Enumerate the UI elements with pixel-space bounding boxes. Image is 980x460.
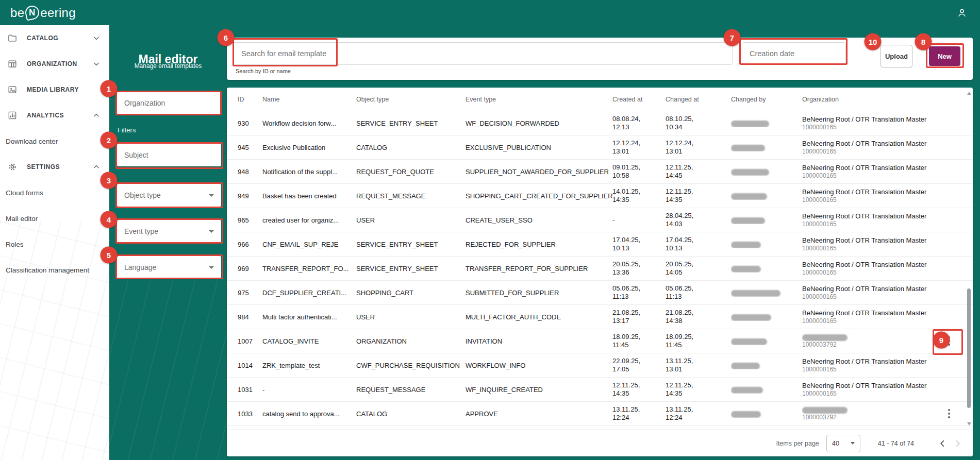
cell-organization: BeNeering Root / OTR Translation Master1…: [802, 382, 940, 398]
cell-changed-at: 05.06.25,11:13: [666, 284, 731, 301]
cell-event-type: WF_INQUIRE_CREATED: [466, 386, 612, 394]
cell-object-type: SERVICE_ENTRY_SHEET: [356, 241, 466, 248]
cell-created-at: 09.01.25,10:58: [612, 163, 666, 180]
cell-changed-by: [731, 288, 802, 296]
cell-name: ZRK_template_test: [262, 362, 356, 369]
organization-id: 1000003792: [802, 341, 935, 349]
next-page-button[interactable]: [950, 436, 966, 451]
subject-filter-label: Subject: [124, 151, 148, 159]
sidebar-item-cloud-forms[interactable]: Cloud forms: [0, 180, 109, 206]
cell-organization: BeNeering Root / OTR Translation Master1…: [802, 236, 940, 252]
language-filter-label: Language: [124, 263, 156, 271]
sidebar-item-label: ORGANIZATION: [27, 60, 91, 67]
table-row-930[interactable]: 930Workflow decision forw...SERVICE_ENTR…: [227, 111, 973, 135]
table-row-984[interactable]: 984Multi factor authenticati...USERMULTI…: [227, 305, 973, 329]
cell-created-at: 12.11.25,14:35: [612, 381, 666, 398]
redacted-organization-name: [802, 334, 848, 341]
logo-leaf-icon: N: [24, 4, 41, 21]
cell-changed-at: 13.11.25,13:01: [666, 357, 731, 373]
redacted-changed-by: [731, 387, 763, 394]
redacted-changed-by: [731, 266, 761, 272]
chevron-down-icon: [209, 230, 214, 233]
chevron-down-icon: [91, 33, 102, 43]
object-type-filter-select[interactable]: Object type: [117, 184, 221, 207]
sidebar-item-settings[interactable]: SETTINGS: [0, 154, 109, 180]
table-row-966[interactable]: 966CNF_EMAIL_SUP_REJESERVICE_ENTRY_SHEET…: [227, 232, 973, 257]
column-header-changed-at: Changed at: [666, 96, 731, 103]
logo-text-post: eering: [40, 6, 76, 20]
cell-organization: BeNeering Root / OTR Translation Master1…: [802, 309, 940, 325]
cell-changed-by: [731, 337, 802, 345]
cell-organization: BeNeering Root / OTR Translation Master1…: [802, 357, 940, 373]
creation-date-input[interactable]: Creation date: [742, 42, 846, 65]
redacted-changed-by: [731, 290, 780, 297]
table-row-969[interactable]: 969TRANSFER_REPORT_FO...SERVICE_ENTRY_SH…: [227, 257, 973, 281]
table-row-945[interactable]: 945Exclusive PublicationCATALOGEXCLUSIVE…: [227, 135, 973, 160]
column-header-changed-by: Changed by: [731, 96, 802, 103]
organization-name: BeNeering Root / OTR Translation Master: [802, 236, 935, 245]
scroll-down-icon[interactable]: [967, 422, 971, 425]
table-scrollbar[interactable]: [966, 89, 972, 429]
cell-object-type: USER: [356, 313, 466, 321]
table-row-965[interactable]: 965created user for organiz...USERCREATE…: [227, 208, 973, 232]
organization-name: BeNeering Root / OTR Translation Master: [802, 140, 935, 148]
image-icon: [7, 84, 18, 95]
redacted-changed-by: [731, 217, 765, 224]
column-header-organization: Organization: [802, 96, 940, 103]
table-row-1033[interactable]: 1033catalog send to approva...CATALOGAPP…: [227, 402, 973, 426]
sidebar-item-analytics[interactable]: ANALYTICS: [0, 103, 109, 128]
table-row-975[interactable]: 975DCF_SUPPLIER_CREATI...SHOPPING_CARTSU…: [227, 281, 973, 305]
cell-changed-at: 12.12.24,13:01: [666, 139, 731, 156]
email-template-search-input[interactable]: Search for email template: [232, 42, 733, 65]
previous-page-button[interactable]: [935, 436, 950, 451]
row-menu-kebab-icon[interactable]: [945, 333, 953, 349]
cell-created-at: -: [612, 216, 666, 224]
items-per-page-select[interactable]: 40: [826, 435, 860, 452]
event-type-filter-select[interactable]: Event type: [117, 220, 221, 243]
cell-object-type: SHOPPING_CART: [356, 289, 466, 297]
sidebar-item-mail-editor[interactable]: Mail editor: [0, 206, 109, 231]
cell-changed-at: 13.11.25,12:24: [666, 405, 731, 422]
sidebar-item-media-library[interactable]: MEDIA LIBRARY: [0, 77, 109, 103]
object-type-filter-label: Object type: [124, 191, 161, 199]
cell-name: CNF_EMAIL_SUP_REJE: [262, 241, 356, 248]
cell-name: CATALOG_INVITE: [262, 337, 356, 345]
cell-id: 949: [238, 192, 262, 200]
upload-button[interactable]: Upload: [881, 45, 912, 67]
cell-id: 975: [238, 289, 262, 297]
cell-created-at: 12.12.24,13:01: [612, 139, 666, 156]
subject-filter-input[interactable]: Subject: [117, 144, 221, 166]
cell-event-type: REJECTED_FOR_SUPPLIER: [466, 241, 612, 248]
table-row-949[interactable]: 949Basket has been createdREQUEST_MESSAG…: [227, 184, 973, 208]
table-row-1014[interactable]: 1014ZRK_template_testCWF_PURCHASE_REQUIS…: [227, 353, 973, 378]
sidebar-item-download-center[interactable]: Download center: [0, 128, 109, 154]
chevron-up-icon: [91, 162, 102, 172]
redacted-changed-by: [731, 363, 760, 369]
row-menu-kebab-icon[interactable]: [945, 406, 953, 421]
table-paginator: Items per page 40 41 - 74 of 74: [227, 430, 973, 456]
sidebar-item-roles[interactable]: Roles: [0, 231, 109, 257]
sidebar-nav: CATALOGORGANIZATIONMEDIA LIBRARYANALYTIC…: [0, 25, 109, 460]
sidebar-item-catalog[interactable]: CATALOG: [0, 25, 109, 51]
organization-filter-input[interactable]: Organization: [117, 92, 221, 114]
cell-organization: 1000003792: [802, 333, 940, 349]
language-filter-select[interactable]: Language: [117, 256, 221, 279]
table-row-1007[interactable]: 1007CATALOG_INVITEORGANIZATIONINVITATION…: [227, 329, 973, 353]
sidebar-item-classification-management[interactable]: Classification management: [0, 257, 109, 283]
cell-id: 948: [238, 168, 262, 176]
cell-changed-by: [731, 119, 802, 127]
redacted-changed-by: [731, 121, 769, 127]
cell-changed-at: 28.04.25,14:03: [666, 212, 731, 228]
scrollbar-thumb[interactable]: [967, 288, 971, 408]
chevron-down-icon: [209, 266, 214, 269]
items-per-page-label: Items per page: [776, 440, 819, 447]
table-row-948[interactable]: 948Notification of the suppl...REQUEST_F…: [227, 160, 973, 184]
new-button[interactable]: New: [929, 46, 960, 66]
organization-name: BeNeering Root / OTR Translation Master: [802, 309, 935, 317]
cell-organization: BeNeering Root / OTR Translation Master1…: [802, 261, 940, 277]
sidebar-item-organization[interactable]: ORGANIZATION: [0, 51, 109, 77]
cell-changed-at: 21.08.25,14:38: [666, 309, 731, 325]
scroll-up-icon[interactable]: [967, 92, 971, 95]
table-row-1031[interactable]: 1031-REQUEST_MESSAGEWF_INQUIRE_CREATED12…: [227, 378, 973, 402]
user-account-icon[interactable]: [954, 5, 970, 21]
